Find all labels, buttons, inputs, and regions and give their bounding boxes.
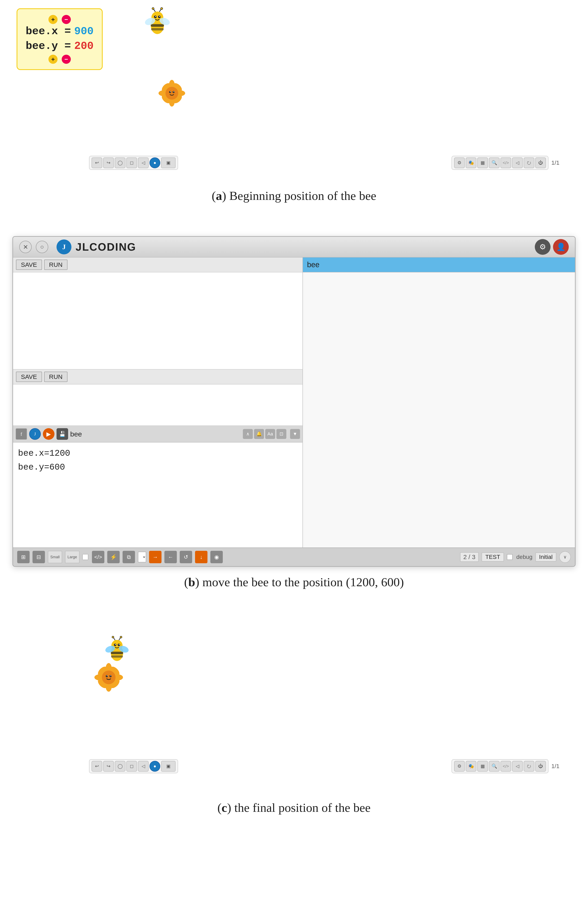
flower-icon-a — [157, 79, 186, 108]
bee-sprite-a — [141, 6, 174, 44]
refresh-icon[interactable]: ⭮ — [523, 157, 535, 168]
bt-test-button[interactable]: TEST — [481, 552, 504, 562]
active-icon-c[interactable]: ● — [150, 761, 160, 772]
code-icon[interactable]: </> — [501, 157, 511, 168]
right-toolbar-a: ⚙ 🎭 ▦ 🔍 </> ◁ ⭮ ⏻ — [452, 156, 548, 170]
bt-circle-icon[interactable]: ◉ — [210, 551, 223, 563]
cti-update[interactable]: 🔔 — [254, 429, 264, 439]
active-icon[interactable]: ● — [150, 157, 160, 168]
bt-arrow-down[interactable]: ↓ — [195, 551, 207, 563]
ide-minimize-button[interactable]: ○ — [36, 241, 48, 253]
bt-initial-button[interactable]: Initial — [535, 552, 556, 562]
back2-icon[interactable]: ◁ — [512, 157, 523, 168]
ide-output-area — [13, 384, 302, 426]
plus-button-top[interactable]: + — [48, 15, 58, 24]
plus-button-bottom[interactable]: + — [48, 55, 58, 64]
svg-point-34 — [119, 644, 120, 645]
ide-body: SAVE RUN SAVE RUN f J ▶ 💾 — [13, 257, 575, 547]
theater-icon-c[interactable]: 🎭 — [466, 761, 477, 772]
code-active-icon[interactable]: J — [29, 428, 41, 440]
settings-icon[interactable]: ⚙ — [454, 157, 465, 168]
svg-point-25 — [170, 91, 171, 92]
var-x-value: 900 — [74, 25, 94, 37]
bt-circle-check[interactable]: ∨ — [559, 551, 571, 563]
svg-point-33 — [115, 644, 116, 645]
cti-dropdown[interactable]: ▼ — [290, 429, 300, 439]
undo-icon-c[interactable]: ↩ — [92, 761, 102, 772]
svg-point-36 — [112, 636, 114, 638]
back-icon-c[interactable]: ◁ — [138, 761, 149, 772]
vars-box: + − bee.x = 900 bee.y = 200 + − — [16, 8, 103, 70]
caption-a: (a)(a) Beginning position of the bee Beg… — [0, 189, 588, 203]
ide-gear-button[interactable]: ⚙ — [535, 239, 551, 255]
code-icon-c[interactable]: </> — [501, 761, 511, 772]
svg-point-7 — [159, 16, 160, 17]
ide-titlebar: ✕ ○ J JLCODING ⚙ 👤 — [13, 237, 575, 257]
bee-sprite-c — [102, 635, 132, 667]
cti-up[interactable]: ∧ — [243, 429, 253, 439]
redo-icon-c[interactable]: ↪ — [103, 761, 114, 772]
power-icon[interactable]: ⏻ — [535, 157, 546, 168]
rect-icon-c[interactable]: ▣ — [161, 761, 176, 772]
minus-button-top[interactable]: − — [62, 15, 71, 24]
svg-point-9 — [152, 8, 154, 10]
ide-close-button[interactable]: ✕ — [19, 241, 32, 253]
caption-b-bold: b — [188, 575, 195, 589]
var-row-x: bee.x = 900 — [26, 25, 94, 37]
bt-code-icon[interactable]: </> — [92, 551, 104, 563]
circle-icon-c[interactable]: ◯ — [115, 761, 126, 772]
bt-copy-icon[interactable]: ⧉ — [123, 551, 135, 563]
bt-grid-icon[interactable]: ⊞ — [17, 551, 30, 563]
toolbar-strip-a-right: ⚙ 🎭 ▦ 🔍 </> ◁ ⭮ ⏻ 1/1 — [452, 156, 561, 170]
circle-icon[interactable]: ◯ — [115, 157, 126, 168]
var-y-value: 200 — [74, 40, 94, 52]
search-icon-c[interactable]: 🔍 — [489, 761, 499, 772]
grid-icon-c[interactable]: ▦ — [477, 761, 488, 772]
bt-checkbox[interactable] — [82, 554, 88, 560]
save-button-mid[interactable]: SAVE — [16, 372, 42, 382]
back2-icon-c[interactable]: ◁ — [512, 761, 523, 772]
bt-size-small[interactable]: Small — [48, 551, 62, 563]
section-c: ↩ ↪ ◯ ◻ ◁ ● ▣ ⚙ 🎭 ▦ 🔍 </> ◁ ⭮ ⏻ 1/1 (c) … — [0, 619, 588, 908]
search-icon[interactable]: 🔍 — [489, 157, 499, 168]
var-row-y: bee.y = 200 — [26, 40, 94, 52]
ide-mid-toolbar: SAVE RUN — [13, 369, 302, 384]
bt-size-large[interactable]: Large — [65, 551, 79, 563]
svg-point-26 — [173, 91, 174, 92]
redo-icon[interactable]: ↪ — [103, 157, 114, 168]
settings-icon-c[interactable]: ⚙ — [454, 761, 465, 772]
caption-c: (c) the final position of the bee — [0, 801, 588, 815]
bt-arrow-left[interactable]: ← — [165, 551, 177, 563]
minus-button-bottom[interactable]: − — [62, 55, 71, 64]
run-button-top[interactable]: RUN — [44, 259, 68, 270]
square-icon-c[interactable]: ◻ — [126, 761, 137, 772]
bt-debug-checkbox[interactable] — [507, 554, 513, 560]
code-save-button[interactable]: 💾 — [57, 428, 68, 440]
rect-icon[interactable]: ▣ — [161, 157, 176, 168]
power-icon-c[interactable]: ⏻ — [535, 761, 546, 772]
bt-table-icon[interactable]: ⊟ — [32, 551, 45, 563]
square-icon[interactable]: ◻ — [126, 157, 137, 168]
run-button-mid[interactable]: RUN — [44, 372, 68, 382]
ide-header-icons: ⚙ 👤 — [535, 239, 569, 255]
ide-right-panel: bee — [303, 257, 575, 547]
svg-point-53 — [110, 675, 111, 676]
svg-rect-2 — [151, 28, 164, 31]
ide-user-button[interactable]: 👤 — [553, 239, 569, 255]
grid-icon[interactable]: ▦ — [477, 157, 488, 168]
bt-lightning-icon[interactable]: ⚡ — [107, 551, 120, 563]
code-editor[interactable]: bee.x=1200 bee.y=600 — [13, 442, 302, 547]
code-func-icon[interactable]: f — [16, 428, 27, 440]
save-button-top[interactable]: SAVE — [16, 259, 42, 270]
back-icon[interactable]: ◁ — [138, 157, 149, 168]
bt-arrow-right[interactable]: → — [149, 551, 162, 563]
bt-select[interactable] — [138, 552, 146, 562]
theater-icon[interactable]: 🎭 — [466, 157, 477, 168]
code-play-button[interactable]: ▶ — [43, 428, 55, 440]
refresh-icon-c[interactable]: ⭮ — [523, 761, 535, 772]
cti-layout[interactable]: ⊡ — [276, 429, 286, 439]
bt-loop-icon[interactable]: ↺ — [180, 551, 192, 563]
ide-left-panel: SAVE RUN SAVE RUN f J ▶ 💾 — [13, 257, 303, 547]
undo-icon[interactable]: ↩ — [92, 157, 102, 168]
cti-font[interactable]: Aa — [265, 429, 275, 439]
